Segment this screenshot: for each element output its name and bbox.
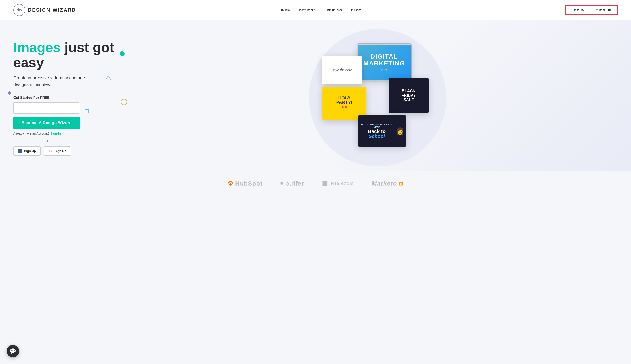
divider-line-right — [52, 141, 80, 141]
logo-intercom: ▦ INTERCOM — [322, 180, 354, 187]
hero-subtitle: Create impressive videos and imagedesign… — [13, 74, 138, 88]
google-signup-button[interactable]: G Sign Up — [44, 146, 71, 156]
nav-designs[interactable]: DESIGNS ▾ — [299, 8, 318, 12]
login-button[interactable]: LOG IN — [566, 6, 591, 14]
nav-home[interactable]: HOME — [279, 8, 290, 12]
email-input[interactable] — [13, 102, 80, 114]
social-buttons: f Sign Up G Sign Up — [13, 146, 138, 156]
card-save-date-text: save the date — [332, 68, 352, 72]
card-digital-title: DIGITALMARKETING — [364, 53, 405, 67]
card-school-tagline: ALL OF THE SUPPLIES YOU NEED — [360, 123, 394, 128]
main-nav: HOME DESIGNS ▾ PRICING BLOG — [279, 8, 362, 12]
card-save-date: save the date — [322, 56, 362, 84]
hero-title-highlight: Images — [13, 40, 61, 55]
card-party-date: 12 — [343, 109, 346, 112]
facebook-signup-label: Sign Up — [24, 149, 36, 153]
intercom-text: INTERCOM — [330, 182, 354, 186]
header: dw ™ DESIGN WIZARD HOME DESIGNS ▾ PRICIN… — [0, 0, 631, 20]
email-input-row: ··· — [13, 102, 138, 114]
logo-text: DESIGN WIZARD — [28, 7, 76, 13]
card-black-friday: BLACKFRIDAYSALE — [389, 78, 428, 113]
google-icon: G — [48, 149, 53, 153]
or-label: Or — [45, 139, 48, 143]
sign-in-link[interactable]: Sign-In — [50, 132, 61, 135]
card-school-text-area: ALL OF THE SUPPLIES YOU NEED Back toScho… — [360, 123, 394, 139]
intercom-icon: ▦ — [322, 180, 328, 187]
signup-button-header[interactable]: SIGN UP — [591, 6, 617, 14]
facebook-signup-button[interactable]: f Sign Up — [13, 146, 40, 156]
marketo-bars-icon: 📶 — [399, 181, 403, 186]
card-back-to-school: ALL OF THE SUPPLIES YOU NEED Back toScho… — [358, 116, 406, 146]
buffer-icon: ≡ — [280, 181, 283, 186]
become-wizard-button[interactable]: Become A Design Wizard — [13, 116, 80, 129]
logo-marketo: Marketo 📶 — [372, 180, 403, 187]
hero-title: Images just got easy — [13, 40, 138, 70]
google-signup-label: Sign Up — [54, 149, 66, 153]
decorative-diamond — [8, 91, 11, 95]
already-account-text: Already have an Account? Sign-In — [13, 132, 138, 135]
card-party-balloons-icon: 🎈🎈 — [341, 106, 348, 109]
card-school-title: Back toSchool — [360, 129, 394, 139]
logo-hubspot: ⚙HubSpot — [228, 180, 263, 187]
password-dots-icon: ··· — [72, 106, 75, 110]
nav-pricing[interactable]: PRICING — [327, 8, 342, 12]
facebook-icon: f — [18, 149, 22, 153]
logo-icon: dw ™ — [13, 4, 25, 16]
divider-line-left — [13, 141, 42, 141]
chevron-down-icon: ▾ — [316, 9, 318, 11]
card-party: IT'S APARTY! 🎈🎈 12 — [322, 87, 366, 120]
card-digital-marketing: DIGITALMARKETING ⚙️ 💡 — [358, 44, 411, 80]
logos-section: ⚙HubSpot ≡ buffer ▦ INTERCOM Marketo 📶 — [0, 171, 631, 196]
card-school-person-icon: 👩 — [396, 127, 404, 135]
hero-section: Images just got easy Create impressive v… — [0, 20, 631, 171]
logo-superscript: ™ — [21, 6, 23, 9]
nav-blog[interactable]: BLOG — [351, 8, 362, 12]
nav-designs-label: DESIGNS — [299, 8, 316, 12]
buffer-text: buffer — [285, 180, 304, 187]
logo-buffer: ≡ buffer — [280, 180, 304, 187]
card-black-friday-text: BLACKFRIDAYSALE — [401, 89, 416, 102]
design-cards-showcase: DIGITALMARKETING ⚙️ 💡 save the date IT'S… — [313, 42, 442, 153]
logo-area[interactable]: dw ™ DESIGN WIZARD — [13, 4, 76, 16]
hero-content: Images just got easy Create impressive v… — [13, 40, 138, 156]
card-party-text: IT'S APARTY! — [336, 95, 352, 105]
or-divider: Or — [13, 139, 80, 143]
hero-illustration: DIGITALMARKETING ⚙️ 💡 save the date IT'S… — [138, 31, 618, 164]
get-started-label: Get Started For FREE — [13, 96, 138, 100]
already-account-label: Already have an Account? — [13, 132, 50, 135]
auth-buttons-container: LOG IN SIGN UP — [565, 5, 618, 15]
marketo-text: Marketo — [372, 180, 397, 187]
card-digital-subtitle: ⚙️ 💡 — [380, 69, 388, 72]
hubspot-text: HubSpot — [235, 180, 263, 187]
